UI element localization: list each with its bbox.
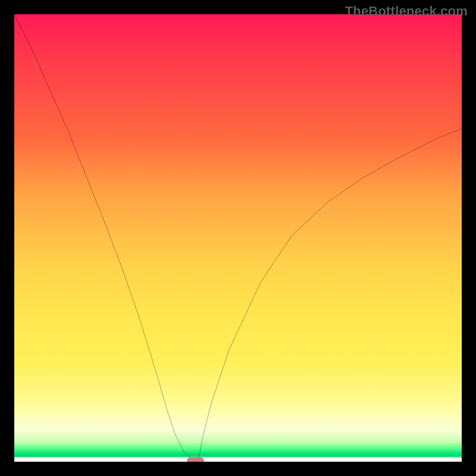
marker-layer [14, 14, 462, 462]
watermark-text: TheBottleneck.com [345, 4, 468, 19]
optimum-marker [187, 457, 204, 462]
plot-area [14, 14, 462, 462]
chart-frame: TheBottleneck.com [0, 0, 476, 476]
